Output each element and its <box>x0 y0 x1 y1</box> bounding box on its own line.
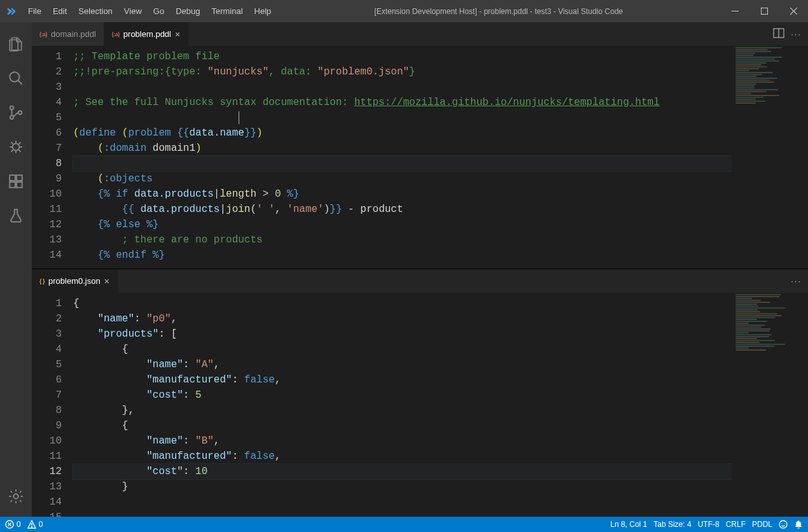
code-line[interactable]: (define (problem {{data.name}}) <box>73 125 808 141</box>
tab-domain-pddl[interactable]: (:a)domain.pddl <box>32 22 104 46</box>
file-type-icon: (:a) <box>112 31 120 38</box>
status-bell-icon[interactable] <box>794 520 803 529</box>
maximize-button[interactable] <box>749 0 779 22</box>
code-line[interactable]: "manufactured": false, <box>73 372 808 388</box>
code-line[interactable]: "name": "A", <box>73 357 808 372</box>
gutter-line-number[interactable]: 8 <box>32 156 62 171</box>
code-line[interactable]: (:objects <box>73 171 808 186</box>
file-type-icon: { } <box>39 278 45 284</box>
code-line[interactable]: {% if data.products|length > 0 %} <box>73 186 808 202</box>
menu-help[interactable]: Help <box>249 0 277 22</box>
code-line[interactable]: {{ data.products|join(' ', 'name')}} - p… <box>73 202 808 217</box>
code-line[interactable]: ; there are no products <box>73 232 808 248</box>
gutter-line-number[interactable]: 3 <box>32 326 62 342</box>
minimap-bottom[interactable] <box>732 293 808 517</box>
code-line[interactable]: (:domain domain1) <box>73 141 808 156</box>
gutter-line-number[interactable]: 12 <box>32 217 62 232</box>
close-icon[interactable]: × <box>175 29 180 39</box>
code-line[interactable] <box>73 156 808 171</box>
gutter-line-number[interactable]: 9 <box>32 171 62 186</box>
code-line[interactable] <box>73 80 808 95</box>
gutter-line-number[interactable]: 11 <box>32 202 62 217</box>
svg-point-6 <box>10 116 13 119</box>
menu-edit[interactable]: Edit <box>47 0 73 22</box>
menu-debug[interactable]: Debug <box>170 0 205 22</box>
gutter-line-number[interactable]: 4 <box>32 95 62 110</box>
code-line[interactable]: {% else %} <box>73 217 808 232</box>
gutter-line-number[interactable]: 8 <box>32 403 62 418</box>
code-line[interactable]: "manufactured": false, <box>73 449 808 464</box>
menu-view[interactable]: View <box>118 0 148 22</box>
status-lang[interactable]: PDDL <box>752 520 772 529</box>
code-line[interactable]: { <box>73 342 808 357</box>
code-line[interactable]: "cost": 10 <box>73 464 808 479</box>
code-editor-top[interactable]: 1234567891011121314 ;; Template problem … <box>32 46 808 269</box>
files-icon[interactable] <box>1 29 31 59</box>
tab-label: problem.pddl <box>123 29 171 39</box>
gutter-line-number[interactable]: 7 <box>32 388 62 403</box>
code-line[interactable] <box>73 494 808 510</box>
code-line[interactable]: "products": [ <box>73 326 808 342</box>
code-line[interactable]: ;;!pre-parsing:{type: "nunjucks", data: … <box>73 64 808 80</box>
split-editor-icon[interactable] <box>773 27 784 41</box>
gutter-line-number[interactable]: 11 <box>32 449 62 464</box>
search-icon[interactable] <box>1 63 31 94</box>
code-line[interactable]: ; See the full Nunjucks syntax documenta… <box>73 95 808 110</box>
gutter-line-number[interactable]: 2 <box>32 311 62 326</box>
status-encoding[interactable]: UTF-8 <box>698 520 720 529</box>
gutter-line-number[interactable]: 9 <box>32 418 62 433</box>
code-line[interactable]: { <box>73 418 808 433</box>
close-button[interactable] <box>779 0 808 22</box>
debug-icon[interactable] <box>1 132 31 162</box>
code-line[interactable] <box>73 110 808 125</box>
code-line[interactable]: "name": "B", <box>73 433 808 449</box>
gutter-line-number[interactable]: 1 <box>32 296 62 311</box>
more-actions-icon[interactable]: ··· <box>791 276 802 286</box>
beaker-icon[interactable] <box>1 200 31 231</box>
code-line[interactable]: {% endif %} <box>73 248 808 263</box>
source-control-icon[interactable] <box>1 97 31 128</box>
status-eol[interactable]: CRLF <box>726 520 746 529</box>
menu-go[interactable]: Go <box>148 0 170 22</box>
status-warnings[interactable]: 0 <box>27 520 43 529</box>
code-line[interactable]: ;; Template problem file <box>73 49 808 64</box>
gutter-line-number[interactable]: 1 <box>32 49 62 64</box>
gutter-line-number[interactable]: 14 <box>32 494 62 510</box>
svg-rect-19 <box>17 182 22 188</box>
gutter-line-number[interactable]: 12 <box>32 464 62 479</box>
status-ln-col[interactable]: Ln 8, Col 1 <box>610 520 647 529</box>
gutter-line-number[interactable]: 2 <box>32 64 62 80</box>
extensions-icon[interactable] <box>1 166 31 197</box>
gutter-line-number[interactable]: 14 <box>32 248 62 263</box>
gutter-line-number[interactable]: 7 <box>32 141 62 156</box>
minimap-top[interactable] <box>732 46 808 269</box>
gutter-line-number[interactable]: 5 <box>32 357 62 372</box>
gutter-line-number[interactable]: 6 <box>32 125 62 141</box>
gutter-line-number[interactable]: 13 <box>32 479 62 494</box>
status-errors[interactable]: 0 <box>5 520 21 529</box>
code-line[interactable]: { <box>73 296 808 311</box>
tab-problem0-json[interactable]: { }problem0.json× <box>32 269 118 293</box>
code-line[interactable]: "name": "p0", <box>73 311 808 326</box>
close-icon[interactable]: × <box>104 276 109 286</box>
code-line[interactable]: } <box>73 479 808 494</box>
more-actions-icon[interactable]: ··· <box>791 29 802 39</box>
gutter-line-number[interactable]: 13 <box>32 232 62 248</box>
gutter-line-number[interactable]: 4 <box>32 342 62 357</box>
code-line[interactable]: "cost": 5 <box>73 388 808 403</box>
code-editor-bottom[interactable]: 123456789101112131415 { "name": "p0", "p… <box>32 293 808 517</box>
tab-problem-pddl[interactable]: (:a)problem.pddl× <box>104 22 188 46</box>
code-line[interactable]: }, <box>73 403 808 418</box>
status-tabsize[interactable]: Tab Size: 4 <box>653 520 691 529</box>
gutter-line-number[interactable]: 6 <box>32 372 62 388</box>
gear-icon[interactable] <box>1 481 31 512</box>
gutter-line-number[interactable]: 3 <box>32 80 62 95</box>
menu-terminal[interactable]: Terminal <box>205 0 248 22</box>
minimize-button[interactable] <box>720 0 749 22</box>
menu-selection[interactable]: Selection <box>73 0 118 22</box>
gutter-line-number[interactable]: 10 <box>32 433 62 449</box>
status-feedback-icon[interactable] <box>779 520 788 529</box>
gutter-line-number[interactable]: 5 <box>32 110 62 125</box>
gutter-line-number[interactable]: 10 <box>32 186 62 202</box>
menu-file[interactable]: File <box>22 0 47 22</box>
